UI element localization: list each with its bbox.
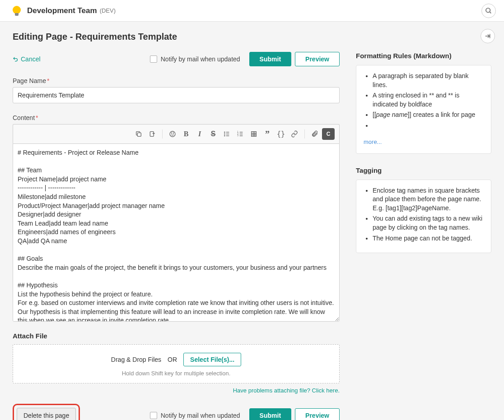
content-textarea[interactable] — [13, 143, 340, 322]
cancel-label: Cancel — [21, 55, 41, 63]
svg-text:3: 3 — [237, 134, 238, 137]
svg-point-10 — [173, 133, 173, 133]
notify-checkbox-bottom[interactable]: Notify by mail when updated — [150, 412, 240, 419]
page-name-field: Page Name* — [13, 77, 340, 103]
bullet-list-icon[interactable] — [220, 128, 233, 140]
top-action-row: Cancel Notify by mail when updated Submi… — [13, 52, 340, 66]
main-content: Editing Page - Requirements Template Can… — [0, 22, 504, 420]
more-link[interactable]: more... — [364, 138, 382, 145]
copy-icon[interactable] — [132, 128, 145, 140]
search-icon — [485, 7, 492, 14]
link-icon[interactable] — [288, 128, 301, 140]
attach-dropzone[interactable]: Drag & Drop Files OR Select File(s)... H… — [13, 344, 340, 383]
attach-help-link[interactable]: Have problems attaching file? Click here… — [13, 387, 340, 394]
svg-rect-4 — [137, 133, 141, 136]
italic-icon[interactable]: I — [193, 128, 206, 140]
expand-button[interactable] — [481, 29, 495, 43]
quote-icon[interactable]: ” — [261, 128, 274, 140]
tagging-rule: You can add existing tags to a new wiki … — [373, 214, 484, 232]
preview-button-bottom[interactable]: Preview — [295, 408, 340, 420]
formatting-rule: [[page name]] creates a link for page — [373, 111, 484, 120]
search-button[interactable] — [481, 4, 496, 18]
svg-point-0 — [486, 8, 490, 12]
svg-rect-5 — [150, 132, 154, 137]
attach-title: Attach File — [13, 332, 340, 340]
formatting-rule — [373, 121, 484, 130]
page-name-input[interactable] — [13, 87, 340, 103]
arrow-right-icon — [484, 33, 491, 39]
strike-icon[interactable]: S — [207, 128, 219, 140]
tagging-rule: Enclose tag names in square brackets and… — [373, 186, 484, 213]
content-field: Content* B I S 123 ” {} — [13, 114, 340, 323]
select-files-button[interactable]: Select File(s)... — [183, 353, 241, 366]
formatting-title: Formatting Rules (Markdown) — [356, 52, 491, 60]
bold-icon[interactable]: B — [180, 128, 192, 140]
checkbox-icon[interactable] — [150, 55, 157, 63]
formatting-rule: A string enclosed in ** and ** is indica… — [373, 91, 484, 109]
submit-button-bottom[interactable]: Submit — [249, 408, 291, 420]
formatting-rule: A paragraph is separated by blank lines. — [373, 72, 484, 89]
attach-hint: Hold down Shift key for multiple selecti… — [18, 370, 335, 377]
number-list-icon[interactable]: 123 — [234, 128, 247, 140]
content-label: Content* — [13, 114, 340, 121]
emoji-icon[interactable] — [166, 128, 179, 140]
table-icon[interactable] — [247, 128, 260, 140]
svg-line-1 — [490, 12, 491, 13]
submit-button-top[interactable]: Submit — [249, 52, 291, 66]
preview-toggle-icon[interactable]: C — [322, 128, 335, 140]
tagging-rule: The Home page can not be tagged. — [373, 234, 484, 243]
notify-label-bottom: Notify by mail when updated — [161, 412, 240, 419]
bottom-action-row: Delete this page Notify by mail when upd… — [13, 404, 340, 420]
attach-or-text: OR — [168, 356, 177, 363]
code-icon[interactable]: {} — [275, 128, 287, 140]
tagging-card: Enclose tag names in square brackets and… — [356, 180, 491, 254]
delete-page-button[interactable]: Delete this page — [17, 408, 76, 420]
svg-point-15 — [224, 135, 225, 136]
notify-checkbox-top[interactable]: Notify by mail when updated — [150, 55, 240, 63]
app-header: Development Team (DEV) — [0, 0, 504, 22]
formatting-card: A paragraph is separated by blank lines.… — [356, 65, 491, 154]
editor-toolbar: B I S 123 ” {} C — [13, 124, 340, 143]
checkbox-icon[interactable] — [150, 412, 157, 419]
team-code: (DEV) — [100, 7, 116, 14]
tagging-title: Tagging — [356, 166, 491, 174]
cancel-link[interactable]: Cancel — [13, 55, 41, 63]
svg-point-11 — [224, 132, 225, 132]
bulb-icon — [13, 6, 21, 16]
svg-point-9 — [171, 133, 172, 133]
delete-highlight: Delete this page — [13, 404, 80, 420]
svg-point-13 — [224, 134, 225, 134]
svg-rect-23 — [252, 132, 257, 137]
attach-drag-text: Drag & Drop Files — [111, 356, 161, 363]
notify-label: Notify by mail when updated — [161, 55, 240, 63]
undo-icon — [13, 56, 18, 62]
paste-icon[interactable] — [146, 128, 159, 140]
team-name: Development Team — [27, 6, 97, 15]
preview-button-top[interactable]: Preview — [295, 52, 340, 66]
page-title: Editing Page - Requirements Template — [13, 32, 491, 42]
page-name-label: Page Name* — [13, 77, 340, 84]
svg-point-8 — [170, 131, 175, 137]
attach-icon[interactable] — [308, 128, 321, 140]
